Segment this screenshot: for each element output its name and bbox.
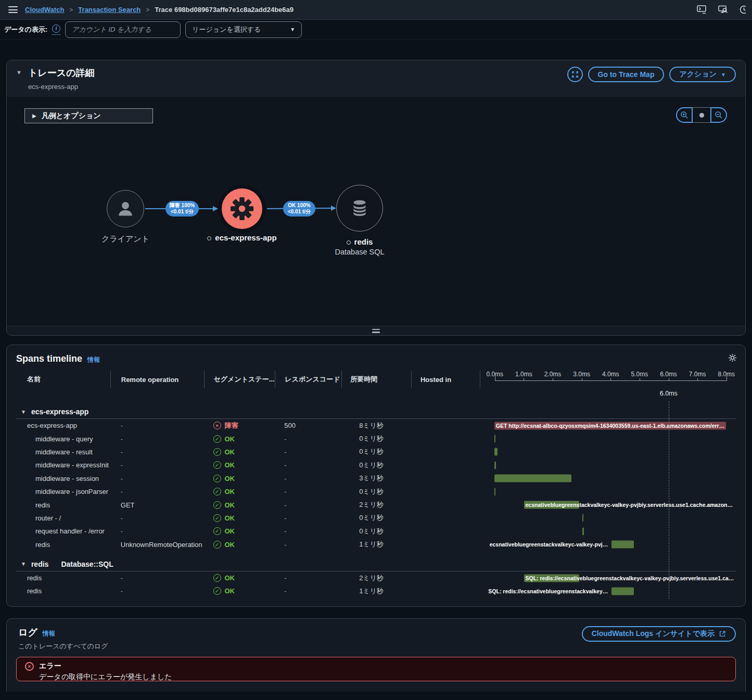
logs-subtitle: このトレースのすべてのログ <box>18 642 108 651</box>
span-row[interactable]: redis-✓OK-2ミリ秒SQL: redis://ecsnativeblue… <box>16 571 736 584</box>
span-segment-status: ✓OK <box>204 584 275 597</box>
col-header-duration[interactable]: 所要時間 <box>341 371 411 388</box>
region-select[interactable]: リージョンを選択する ▼ <box>185 21 302 38</box>
span-row[interactable]: ecs-express-app-×障害5008ミリ秒GET http://ecs… <box>16 419 736 432</box>
cloudwatch-logs-insights-button[interactable]: CloudWatch Logs インサイトで表示 <box>582 626 736 642</box>
breadcrumb-link[interactable]: Transaction Search <box>78 6 141 14</box>
svg-text:<0.01 t/分: <0.01 t/分 <box>171 209 194 214</box>
map-node-client[interactable] <box>107 190 144 227</box>
span-timeline-bar[interactable] <box>582 514 583 522</box>
panel-resize-handle[interactable] <box>7 326 745 335</box>
caret-down-icon: ▼ <box>21 561 26 567</box>
breadcrumb-link[interactable]: CloudWatch <box>25 6 64 14</box>
col-header-hosted-in[interactable]: Hosted in <box>411 371 480 388</box>
go-to-trace-map-button[interactable]: Go to Trace Map <box>588 67 665 82</box>
span-timeline-cell: SQL: redis://ecsnativebluegreenstackvalk… <box>480 584 736 597</box>
span-hosted-in <box>411 432 480 445</box>
span-timeline-bar-label: GET http://ecsnat-albco-qzyosxmqsim4-163… <box>496 423 724 429</box>
span-name: router - / <box>16 512 110 525</box>
axis-tick-label: 7.0ms <box>689 371 706 378</box>
account-id-input[interactable] <box>65 21 181 38</box>
caret-down-icon: ▼ <box>21 409 26 415</box>
span-row[interactable]: middleware - jsonParser-✓OK-0ミリ秒 <box>16 485 736 498</box>
span-hosted-in <box>411 498 480 511</box>
span-group-header[interactable]: ▼redisDatabase::SQL <box>16 557 736 571</box>
span-remote-operation: - <box>110 472 204 485</box>
ok-icon: ✓ <box>213 541 221 549</box>
ok-icon: ✓ <box>213 514 221 522</box>
span-response-code: - <box>275 538 341 551</box>
span-segment-status: ×障害 <box>204 419 275 432</box>
span-remote-operation: GET <box>110 498 204 511</box>
span-group-header[interactable]: ▼ecs-express-app <box>16 405 736 419</box>
map-node-redis[interactable] <box>336 185 383 232</box>
logs-info-link[interactable]: 情報 <box>43 629 55 638</box>
span-group-title: Database::SQL <box>61 560 113 568</box>
spans-timeline-panel: Spans timeline 情報 名前 Remote operation セグ… <box>6 345 746 607</box>
svg-text:障害 100%: 障害 100% <box>170 202 195 208</box>
span-timeline-bar[interactable] <box>611 587 634 595</box>
span-timeline-cell: GET http://ecsnat-albco-qzyosxmqsim4-163… <box>480 419 736 432</box>
collapse-caret-icon[interactable]: ▼ <box>16 69 22 91</box>
span-timeline-bar[interactable] <box>494 448 498 456</box>
col-header-remote[interactable]: Remote operation <box>110 371 204 388</box>
span-duration: 0ミリ秒 <box>341 512 411 525</box>
col-header-name[interactable]: 名前 <box>16 371 110 388</box>
span-name: middleware - expressInit <box>16 459 110 472</box>
span-row[interactable]: middleware - session-✓OK-3ミリ秒 <box>16 472 736 485</box>
span-row[interactable]: request handler - /error-✓OK-0ミリ秒 <box>16 525 736 538</box>
span-timeline-cell <box>480 432 736 445</box>
map-node-ecs-express-app[interactable] <box>218 185 266 233</box>
span-response-code: - <box>275 485 341 498</box>
hamburger-menu-icon[interactable] <box>8 6 18 13</box>
span-response-code: - <box>275 571 341 584</box>
timeline-axis: 0.0ms1.0ms2.0ms3.0ms4.0ms5.0ms6.0ms7.0ms… <box>480 370 737 387</box>
map-node-label-service: ecs-express-app <box>185 233 299 242</box>
span-timeline-bar[interactable] <box>582 527 583 535</box>
span-timeline-cell: ecsnativebluegreenstackvalkeyc-valkey-pv… <box>480 538 736 551</box>
actions-dropdown-button[interactable]: アクション ▼ <box>669 67 736 82</box>
span-timeline-bar[interactable] <box>611 541 634 549</box>
gear-icon <box>230 197 254 221</box>
ok-icon: ✓ <box>213 461 221 469</box>
gear-icon[interactable] <box>728 353 737 364</box>
fullscreen-button[interactable] <box>567 67 583 82</box>
span-timeline-bar-label: SQL: redis://ecsnativebluegreenstackvalk… <box>526 575 734 581</box>
span-hosted-in <box>411 525 480 538</box>
span-timeline-bar[interactable] <box>494 461 496 469</box>
info-icon[interactable]: i <box>52 24 60 35</box>
span-timeline-bar[interactable] <box>494 475 571 482</box>
span-duration: 8ミリ秒 <box>341 419 411 432</box>
span-group-title: ecs-express-app <box>31 408 89 416</box>
span-row[interactable]: router - /-✓OK-0ミリ秒 <box>16 512 736 525</box>
span-duration: 0ミリ秒 <box>341 459 411 472</box>
logs-title: ログ <box>18 626 37 639</box>
span-row[interactable]: middleware - result-✓OK-0ミリ秒 <box>16 446 736 459</box>
span-row[interactable]: redis-✓OK-1ミリ秒SQL: redis://ecsnativeblue… <box>16 584 736 597</box>
span-segment-status: ✓OK <box>204 446 275 459</box>
col-header-segment[interactable]: セグメントステー... <box>204 371 275 388</box>
history-icon[interactable] <box>740 5 746 14</box>
span-duration: 2ミリ秒 <box>341 571 411 584</box>
span-segment-status: ✓OK <box>204 538 275 551</box>
span-response-code: - <box>275 512 341 525</box>
span-row[interactable]: middleware - expressInit-✓OK-0ミリ秒 <box>16 459 736 472</box>
col-header-response[interactable]: レスポンスコード <box>275 371 341 388</box>
axis-tick-label: 1.0ms <box>515 371 532 378</box>
span-timeline-bar[interactable] <box>494 488 495 495</box>
global-nav: CloudWatch>Transaction Search>Trace 698b… <box>0 0 752 20</box>
span-hosted-in <box>411 512 480 525</box>
span-row[interactable]: redisUnknownRemoteOperation✓OK-1ミリ秒ecsna… <box>16 538 736 551</box>
trace-details-title: トレースの詳細 <box>28 67 95 79</box>
span-row[interactable]: redisGET✓OK-2ミリ秒ecsnativebluegreenstackv… <box>16 498 736 511</box>
span-remote-operation: - <box>110 485 204 498</box>
cloudshell-icon[interactable] <box>697 5 707 14</box>
span-row[interactable]: middleware - query-✓OK-0ミリ秒 <box>16 432 736 445</box>
spans-table-header: 名前 Remote operation セグメントステー... レスポンスコード… <box>16 371 736 388</box>
axis-tick-label: 5.0ms <box>631 371 648 378</box>
span-timeline-bar[interactable] <box>494 435 495 443</box>
span-duration: 0ミリ秒 <box>341 485 411 498</box>
ok-icon: ✓ <box>213 574 221 582</box>
device-tools-icon[interactable] <box>718 5 728 14</box>
spans-info-link[interactable]: 情報 <box>87 355 100 364</box>
